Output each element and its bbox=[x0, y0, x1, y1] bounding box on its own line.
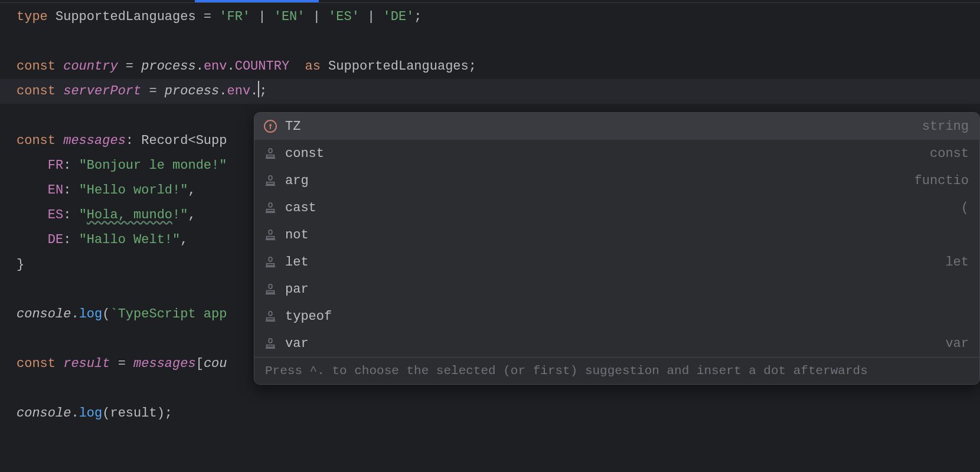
punct: ; bbox=[469, 59, 476, 74]
autocomplete-item-type: ( bbox=[961, 201, 969, 215]
punct: , bbox=[188, 183, 195, 198]
autocomplete-item-type: string bbox=[922, 119, 969, 134]
autocomplete-popup[interactable]: fTZstringconstconstargfunctiocast(notlet… bbox=[254, 112, 980, 385]
punct: : bbox=[63, 232, 79, 247]
method-log: log bbox=[79, 307, 103, 322]
punct: . bbox=[219, 84, 227, 99]
autocomplete-item-par[interactable]: par bbox=[254, 276, 979, 303]
string-literal-warning: Hola, mundo bbox=[87, 208, 172, 222]
svg-rect-0 bbox=[269, 149, 272, 153]
indent bbox=[17, 232, 48, 247]
string-literal: 'EN' bbox=[274, 9, 305, 24]
autocomplete-item-type: var bbox=[945, 336, 969, 351]
autocomplete-item-label: TZ bbox=[285, 119, 300, 134]
punct: . bbox=[71, 406, 79, 421]
object-key: ES bbox=[48, 208, 63, 222]
template-icon bbox=[263, 309, 278, 324]
template-icon bbox=[263, 200, 278, 215]
code-line[interactable]: console.log(result); bbox=[0, 401, 980, 426]
whitespace bbox=[289, 59, 305, 74]
operator: = bbox=[141, 84, 165, 99]
svg-rect-2 bbox=[269, 203, 272, 207]
operator: = bbox=[118, 59, 142, 74]
operator: | bbox=[360, 9, 383, 24]
autocomplete-item-typeof[interactable]: typeof bbox=[254, 303, 979, 330]
string-literal: 'ES' bbox=[328, 9, 360, 24]
autocomplete-item-let[interactable]: letlet bbox=[254, 248, 979, 276]
punct: ( bbox=[102, 406, 110, 421]
svg-rect-4 bbox=[269, 257, 272, 261]
env-variable: COUNTRY bbox=[235, 59, 289, 74]
punct: , bbox=[188, 208, 195, 222]
punct: : bbox=[63, 183, 79, 198]
punct: : bbox=[126, 133, 141, 148]
autocomplete-item-type: let bbox=[945, 255, 969, 270]
code-line[interactable]: type SupportedLanguages = 'FR' | 'EN' | … bbox=[0, 5, 980, 30]
template-literal: `TypeScript app bbox=[110, 307, 227, 322]
autocomplete-item-label: let bbox=[285, 255, 309, 270]
autocomplete-item-cast[interactable]: cast( bbox=[254, 194, 979, 221]
autocomplete-hint: Press ^. to choose the selected (or firs… bbox=[254, 357, 979, 384]
keyword-const: const bbox=[17, 356, 55, 371]
autocomplete-item-const[interactable]: constconst bbox=[254, 140, 979, 167]
operator: | bbox=[250, 9, 274, 24]
object-key: EN bbox=[48, 183, 63, 198]
identifier: result bbox=[63, 356, 110, 371]
punct: . bbox=[227, 59, 234, 74]
keyword-type: type bbox=[17, 9, 48, 24]
property-env: env bbox=[227, 84, 250, 99]
autocomplete-item-label: typeof bbox=[285, 309, 332, 324]
punct: : bbox=[63, 208, 79, 222]
autocomplete-item-TZ[interactable]: fTZstring bbox=[254, 113, 979, 140]
code-line[interactable] bbox=[0, 30, 980, 54]
punct: , bbox=[180, 232, 188, 247]
punct: ( bbox=[102, 307, 110, 322]
autocomplete-item-var[interactable]: varvar bbox=[254, 330, 979, 357]
object-key: DE bbox=[48, 232, 63, 247]
identifier: messages bbox=[63, 133, 126, 148]
indent bbox=[17, 183, 48, 198]
identifier-process: process bbox=[141, 59, 195, 74]
string-literal: 'DE' bbox=[383, 9, 414, 24]
type-reference: SupportedLanguages bbox=[321, 59, 469, 74]
identifier: country bbox=[63, 59, 117, 74]
operator: | bbox=[305, 9, 329, 24]
field-icon: f bbox=[263, 119, 278, 134]
punct: ; bbox=[414, 9, 422, 24]
autocomplete-item-label: var bbox=[285, 336, 309, 351]
keyword-const: const bbox=[17, 133, 55, 148]
method-log: log bbox=[79, 406, 103, 421]
identifier-console: console bbox=[17, 406, 71, 421]
identifier: cou bbox=[204, 356, 227, 371]
autocomplete-item-label: cast bbox=[285, 201, 316, 215]
keyword-const: const bbox=[17, 59, 55, 74]
svg-rect-1 bbox=[269, 176, 272, 180]
punct: . bbox=[250, 84, 258, 99]
autocomplete-item-not[interactable]: not bbox=[254, 221, 979, 248]
code-line[interactable]: const country = process.env.COUNTRY as S… bbox=[0, 54, 980, 79]
object-key: FR bbox=[48, 158, 63, 173]
autocomplete-item-label: par bbox=[285, 282, 309, 297]
svg-rect-6 bbox=[269, 312, 272, 316]
string-literal: !" bbox=[172, 208, 188, 222]
template-icon bbox=[263, 281, 278, 297]
string-literal: "Bonjour le monde!" bbox=[79, 158, 227, 173]
identifier: messages bbox=[133, 356, 196, 371]
autocomplete-item-label: const bbox=[285, 146, 324, 161]
autocomplete-item-arg[interactable]: argfunctio bbox=[254, 167, 979, 194]
svg-rect-7 bbox=[269, 339, 272, 343]
autocomplete-item-type: functio bbox=[914, 173, 969, 188]
indent bbox=[17, 158, 48, 173]
string-literal: 'FR' bbox=[219, 9, 250, 24]
string-literal: "Hallo Welt!" bbox=[79, 232, 181, 247]
autocomplete-item-type: const bbox=[930, 146, 969, 161]
template-icon bbox=[263, 336, 278, 351]
identifier-process: process bbox=[165, 84, 219, 99]
code-line-active[interactable]: const serverPort = process.env.; bbox=[0, 79, 980, 104]
identifier-console: console bbox=[17, 307, 71, 322]
top-border bbox=[0, 2, 980, 3]
identifier: result bbox=[110, 406, 156, 421]
punct: : bbox=[63, 158, 79, 173]
operator: = bbox=[196, 9, 220, 24]
keyword-as: as bbox=[305, 59, 321, 74]
